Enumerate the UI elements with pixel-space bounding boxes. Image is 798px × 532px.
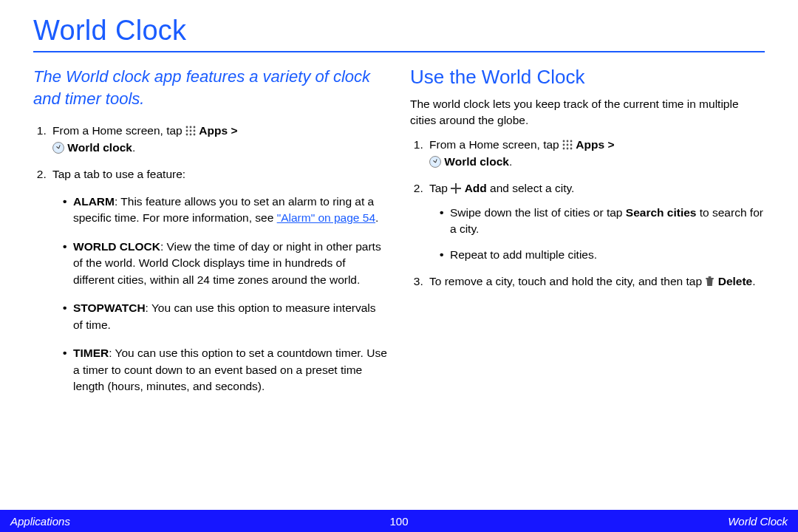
svg-point-13 (567, 144, 569, 146)
period: . (132, 141, 135, 154)
right-step-2: Tap Add and select a city. Swipe down th… (426, 180, 765, 263)
world-clock-label: World clock (444, 155, 509, 168)
right-steps: From a Home screen, tap Apps > World clo… (410, 137, 765, 290)
feature-label: TIMER (73, 347, 109, 359)
apps-icon (185, 124, 196, 134)
world-clock-label: World clock (67, 141, 132, 154)
columns: The World clock app features a variety o… (33, 66, 765, 406)
sub-item-2: Repeat to add multiple cities. (440, 247, 765, 263)
svg-point-17 (570, 148, 573, 150)
svg-point-16 (567, 148, 569, 150)
right-step-1: From a Home screen, tap Apps > World clo… (426, 137, 765, 170)
step-text: To remove a city, touch and hold the cit… (429, 275, 705, 287)
svg-point-9 (563, 140, 565, 143)
svg-point-5 (194, 130, 196, 132)
svg-point-6 (186, 134, 188, 136)
feature-world-clock: WORLD CLOCK: View the time of day or nig… (63, 239, 388, 288)
footer-right: World Clock (728, 515, 788, 528)
svg-point-8 (194, 134, 196, 136)
alarm-link[interactable]: "Alarm" on page 54 (277, 211, 375, 224)
period: . (375, 211, 378, 224)
feature-label: STOPWATCH (73, 301, 146, 314)
right-step-3: To remove a city, touch and hold the cit… (426, 273, 765, 290)
feature-label: ALARM (73, 195, 115, 208)
svg-rect-19 (709, 276, 712, 278)
svg-point-4 (190, 130, 192, 132)
step-text: Tap (429, 182, 451, 194)
sub-text: Swipe down the list of cities or tap (450, 206, 626, 219)
world-clock-icon (429, 156, 441, 168)
left-steps: From a Home screen, tap Apps > World clo… (33, 123, 388, 395)
sub-item-1: Swipe down the list of cities or tap Sea… (440, 205, 765, 238)
page-title: World Clock (33, 15, 765, 47)
svg-point-15 (563, 148, 565, 150)
svg-point-7 (190, 134, 192, 136)
left-step-2: Tap a tab to use a feature: ALARM: This … (50, 166, 388, 395)
feature-stopwatch: STOPWATCH: You can use this option to me… (63, 300, 388, 333)
apps-label: Apps > (576, 138, 614, 151)
feature-label: WORLD CLOCK (73, 240, 160, 253)
feature-text: : You can use this option to set a count… (73, 347, 387, 392)
svg-point-0 (186, 126, 188, 129)
svg-rect-18 (706, 278, 714, 279)
period: . (509, 155, 512, 168)
sub-text: Repeat to add multiple cities. (450, 248, 597, 261)
left-step-1: From a Home screen, tap Apps > World clo… (50, 123, 388, 156)
feature-timer: TIMER: You can use this option to set a … (63, 345, 388, 395)
svg-point-1 (190, 126, 192, 129)
step-text: From a Home screen, tap (429, 138, 562, 151)
delete-label: Delete (718, 275, 753, 287)
footer-bar: Applications 100 World Clock (0, 510, 798, 532)
footer-page-number: 100 (389, 515, 408, 528)
title-divider (33, 51, 765, 52)
page: World Clock The World clock app features… (0, 0, 798, 532)
svg-point-2 (194, 126, 196, 129)
right-intro: The world clock lets you keep track of t… (410, 96, 765, 128)
apps-label: Apps > (199, 124, 237, 137)
feature-alarm: ALARM: This feature allows you to set an… (63, 194, 388, 227)
plus-icon (451, 183, 461, 194)
right-heading: Use the World Clock (410, 66, 765, 89)
svg-point-12 (563, 144, 565, 146)
apps-icon (562, 138, 573, 149)
step-text: Tap a tab to use a feature: (52, 168, 185, 180)
intro-text: The World clock app features a variety o… (33, 66, 388, 109)
sub-list: Swipe down the list of cities or tap Sea… (429, 205, 765, 263)
feature-list: ALARM: This feature allows you to set an… (52, 194, 388, 395)
right-column: Use the World Clock The world clock lets… (410, 66, 765, 406)
footer-left: Applications (10, 515, 70, 528)
svg-point-11 (570, 140, 573, 143)
svg-point-3 (186, 130, 188, 132)
svg-point-14 (570, 144, 573, 146)
svg-point-10 (567, 140, 569, 143)
step-text: and select a city. (487, 182, 575, 194)
period: . (752, 275, 755, 287)
search-cities-label: Search cities (626, 206, 697, 219)
left-column: The World clock app features a variety o… (33, 66, 388, 406)
trash-icon (705, 275, 715, 286)
add-label: Add (465, 182, 487, 194)
step-text: From a Home screen, tap (52, 124, 185, 137)
world-clock-icon (52, 142, 64, 154)
